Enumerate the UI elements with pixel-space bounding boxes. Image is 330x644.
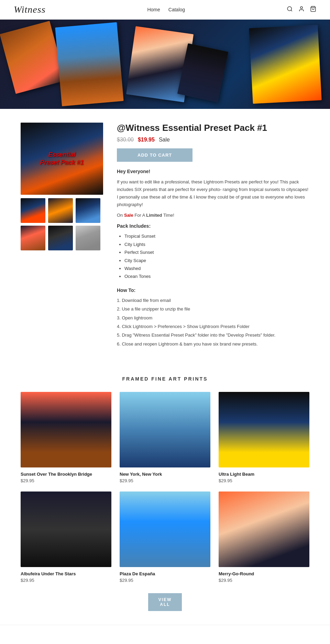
hero-photo-2	[55, 22, 123, 106]
sale-label: Sale	[159, 137, 170, 143]
pack-item: Perfect Sunset	[124, 248, 309, 256]
prints-grid: Sunset Over The Brooklyn Bridge $29.95 N…	[21, 392, 309, 583]
print-name-5: Plaza De España	[120, 571, 210, 576]
price-sale: $19.95	[138, 137, 155, 143]
svg-point-0	[287, 7, 292, 11]
print-price-4: $29.95	[21, 578, 111, 583]
cart-icon[interactable]	[310, 6, 316, 13]
print-image-2	[120, 392, 210, 467]
product-section: Essential Preset Pack #1 @Witness Essent…	[0, 109, 330, 362]
product-description: If you want to edit like a professional,…	[117, 178, 309, 208]
step-5: 5. Drag "Witness Essential Preset Pack" …	[117, 331, 309, 339]
product-name: @Witness Essential Preset Pack #1	[117, 123, 309, 133]
footer	[0, 625, 330, 644]
pack-item: City Scape	[124, 257, 309, 264]
print-card-5[interactable]: Plaza De España $29.95	[120, 492, 210, 583]
pack-item: Ocean Tones	[124, 272, 309, 280]
search-icon[interactable]	[287, 6, 293, 13]
hero-photo-5	[249, 25, 321, 104]
print-price-5: $29.95	[120, 578, 210, 583]
print-image-4	[21, 492, 111, 567]
main-product-image[interactable]: Essential Preset Pack #1	[21, 123, 103, 195]
greeting: Hey Everyone!	[117, 169, 309, 174]
framed-section-title: FRAMED FINE ART PRINTS	[21, 376, 309, 382]
print-name-6: Merry-Go-Round	[219, 571, 309, 576]
header: Witness Home Catalog	[0, 0, 330, 20]
print-card-2[interactable]: New York, New York $29.95	[120, 392, 210, 483]
print-price-3: $29.95	[219, 478, 309, 483]
print-price-2: $29.95	[120, 478, 210, 483]
print-name-4: Albufeira Under The Stars	[21, 571, 111, 576]
navigation: Home Catalog	[147, 7, 185, 12]
header-icons	[287, 6, 316, 13]
print-card-3[interactable]: Ultra Light Beam $29.95	[219, 392, 309, 483]
step-2: 2. Use a file unzipper to unzip the file	[117, 305, 309, 313]
thumbnail-4[interactable]	[21, 226, 45, 250]
print-image-6	[219, 492, 309, 567]
thumbnail-6[interactable]	[76, 226, 100, 250]
print-card-6[interactable]: Merry-Go-Round $29.95	[219, 492, 309, 583]
how-to-steps: 1. Download file from email 2. Use a fil…	[117, 296, 309, 348]
price-original: $30.00	[117, 137, 134, 143]
print-card-4[interactable]: Albufeira Under The Stars $29.95	[21, 492, 111, 583]
print-name-1: Sunset Over The Brooklyn Bridge	[21, 472, 111, 477]
print-image-5	[120, 492, 210, 567]
add-to-cart-button[interactable]: ADD TO CART	[117, 148, 192, 162]
step-6: 6. Close and reopen Lightroom & bam you …	[117, 340, 309, 348]
print-image-3	[219, 392, 309, 467]
product-image-title: Essential Preset Pack #1	[40, 151, 84, 167]
thumbnail-grid	[21, 198, 103, 250]
account-icon[interactable]	[298, 6, 305, 13]
print-image-1	[21, 392, 111, 467]
print-name-2: New York, New York	[120, 472, 210, 477]
logo[interactable]: Witness	[14, 4, 46, 15]
print-card-1[interactable]: Sunset Over The Brooklyn Bridge $29.95	[21, 392, 111, 483]
thumbnail-3[interactable]	[76, 198, 100, 223]
step-1: 1. Download file from email	[117, 296, 309, 304]
hero-banner	[0, 20, 330, 109]
sale-notice: On Sale For A Limited Time!	[117, 213, 309, 218]
print-name-3: Ultra Light Beam	[219, 472, 309, 477]
pack-includes-label: Pack Includes:	[117, 223, 309, 229]
how-to-label: How To:	[117, 287, 309, 293]
pack-item: City Lights	[124, 240, 309, 248]
svg-point-2	[300, 7, 302, 9]
thumbnail-5[interactable]	[48, 226, 73, 250]
view-all-button[interactable]: VIEWALL	[148, 593, 182, 611]
pack-item: Tropical Sunset	[124, 232, 309, 240]
view-all-wrap: VIEWALL	[21, 593, 309, 611]
nav-catalog[interactable]: Catalog	[168, 7, 185, 12]
print-price-6: $29.95	[219, 578, 309, 583]
product-pricing: $30.00 $19.95 Sale	[117, 137, 309, 143]
step-4: 4. Click Lightroom > Preferences > Show …	[117, 323, 309, 330]
pack-list: Tropical Sunset City Lights Perfect Suns…	[117, 232, 309, 280]
print-price-1: $29.95	[21, 478, 111, 483]
product-details: @Witness Essential Preset Pack #1 $30.00…	[117, 123, 309, 349]
step-3: 3. Open lightroom	[117, 314, 309, 322]
thumbnail-2[interactable]	[48, 198, 73, 223]
svg-line-1	[291, 10, 292, 11]
thumbnail-1[interactable]	[21, 198, 45, 223]
pack-item: Washed	[124, 264, 309, 272]
nav-home[interactable]: Home	[147, 7, 160, 12]
product-images: Essential Preset Pack #1	[21, 123, 103, 250]
framed-section: FRAMED FINE ART PRINTS Sunset Over The B…	[0, 362, 330, 625]
